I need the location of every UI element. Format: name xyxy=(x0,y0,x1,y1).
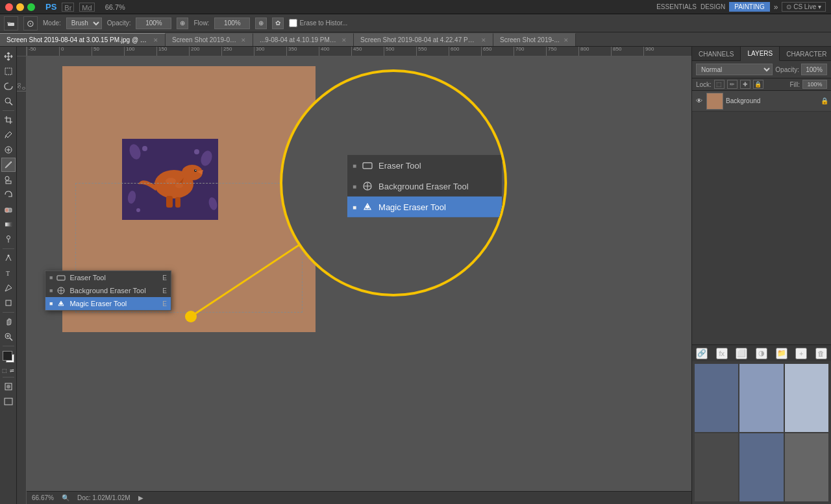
gradient-tool[interactable] xyxy=(1,217,16,232)
mask-btn[interactable]: ⬜ xyxy=(736,348,747,359)
fill-value[interactable] xyxy=(802,80,827,89)
adjustment-btn[interactable]: ◑ xyxy=(756,348,767,359)
hand-tool[interactable] xyxy=(1,315,16,329)
svg-rect-47 xyxy=(363,163,372,169)
layer-visibility-icon[interactable]: 👁 xyxy=(695,97,704,104)
zoom-tool[interactable] xyxy=(1,330,16,344)
workspace-essentials[interactable]: ESSENTIALS xyxy=(656,3,697,10)
more-info-btn[interactable]: ▶ xyxy=(138,494,143,501)
character-tab[interactable]: CHARACTER xyxy=(780,47,831,61)
tab-close-0[interactable]: ✕ xyxy=(153,37,158,43)
default-colors-icon[interactable]: ⬚ xyxy=(1,367,8,374)
workspace-painting[interactable]: PAINTING xyxy=(729,2,769,12)
path-select-tool[interactable] xyxy=(1,281,16,295)
svg-line-4 xyxy=(10,102,12,105)
move-tool[interactable] xyxy=(1,49,16,64)
tab-4[interactable]: Screen Shot 2019-... ✕ xyxy=(493,33,576,46)
layer-name: Background xyxy=(726,97,818,104)
fx-btn[interactable]: fx xyxy=(716,348,728,359)
channel-thumb-4 xyxy=(695,433,738,501)
foreground-color[interactable] xyxy=(3,351,12,361)
lock-image-btn[interactable]: ✏ xyxy=(727,80,738,89)
lock-transparent-btn[interactable]: ⬚ xyxy=(714,80,725,89)
layers-tab[interactable]: LAYERS xyxy=(741,47,780,61)
zoomed-magic-eraser-tool: ■ Magic Eraser Tool xyxy=(347,197,502,217)
app-icon-ps: PS xyxy=(45,2,56,12)
mode-select[interactable]: Brush xyxy=(66,18,102,29)
zoom-icon[interactable]: 🔍 xyxy=(62,494,69,501)
opacity-label: Opacity: xyxy=(775,66,799,73)
heal-tool[interactable] xyxy=(1,143,16,157)
channel-thumb-1 xyxy=(695,364,738,432)
delete-layer-btn[interactable]: 🗑 xyxy=(815,348,827,359)
cs-live-button[interactable]: ⊙ CS Live ▾ xyxy=(782,2,826,12)
blend-mode-select[interactable]: Normal xyxy=(696,64,773,75)
opacity-value[interactable] xyxy=(801,64,827,75)
history-brush-tool[interactable] xyxy=(1,187,16,202)
panel-tabs: CHANNELS LAYERS CHARACTER xyxy=(692,47,831,61)
workspace-design[interactable]: DESIGN xyxy=(701,3,725,10)
svg-point-46 xyxy=(60,302,62,305)
group-btn[interactable]: 📁 xyxy=(776,348,788,359)
tab-close-4[interactable]: ✕ xyxy=(564,37,569,43)
background-eraser-tool-option[interactable]: ■ Background Eraser Tool E xyxy=(45,284,171,297)
new-layer-btn[interactable]: + xyxy=(795,348,807,359)
stamp-tool[interactable] xyxy=(1,173,16,187)
airbrush-btn[interactable]: ✿ xyxy=(272,18,284,29)
layer-background[interactable]: 👁 Background 🔒 xyxy=(692,91,831,112)
marquee-tool[interactable] xyxy=(1,64,16,78)
opacity-control: Opacity: xyxy=(775,64,827,75)
right-panel: CHANNELS LAYERS CHARACTER Normal Opacity… xyxy=(691,47,831,504)
svg-line-5 xyxy=(5,136,6,138)
flow-input[interactable] xyxy=(214,18,250,29)
svg-point-16 xyxy=(7,255,9,257)
tab-0[interactable]: Screen Shot 2019-08-04 at 3.00.15 PM.jpg… xyxy=(0,33,166,46)
quick-mask-btn[interactable] xyxy=(1,379,16,394)
channel-thumbnails xyxy=(692,361,831,504)
left-toolbar: T ⬚ ⇌ xyxy=(0,47,17,504)
erase-to-history-label[interactable]: Erase to Histor... xyxy=(289,19,347,27)
opacity-pressure[interactable]: ⊕ xyxy=(177,18,188,29)
brush-tool[interactable] xyxy=(1,158,16,172)
tab-1[interactable]: Screen Shot 2019-08-04... ✕ xyxy=(166,33,253,46)
layer-thumbnail xyxy=(706,93,723,110)
svg-point-32 xyxy=(194,149,199,154)
zoom-percent: 66.67% xyxy=(32,494,54,501)
opacity-input[interactable] xyxy=(136,18,171,29)
eraser-tool-left[interactable] xyxy=(1,202,16,217)
zoomed-eraser-tool: ■ Eraser Tool xyxy=(347,155,502,176)
quick-select-tool[interactable] xyxy=(1,94,16,108)
screen-mode-btn[interactable] xyxy=(1,394,16,409)
tab-close-1[interactable]: ✕ xyxy=(241,37,246,43)
panel-blend-controls: Normal Opacity: xyxy=(692,61,831,78)
erase-to-history-checkbox[interactable] xyxy=(289,19,297,27)
dodge-tool[interactable] xyxy=(1,232,16,246)
svg-point-14 xyxy=(6,236,10,239)
more-workspaces-icon[interactable]: » xyxy=(774,3,778,12)
magic-eraser-tool-option[interactable]: ■ Magic Eraser Tool E xyxy=(45,297,171,310)
eyedropper-tool[interactable] xyxy=(1,128,16,142)
lock-position-btn[interactable]: ✚ xyxy=(740,80,750,89)
svg-point-9 xyxy=(5,176,9,180)
lasso-tool[interactable] xyxy=(1,79,16,93)
tab-close-2[interactable]: ✕ xyxy=(341,37,347,43)
eraser-tool-option[interactable]: ■ Eraser Tool E xyxy=(45,271,171,284)
lock-all-btn[interactable]: 🔒 xyxy=(753,80,763,89)
type-tool[interactable]: T xyxy=(1,266,16,280)
tab-3[interactable]: Screen Shot 2019-08-04 at 4.22.47 PM.jpg… xyxy=(354,33,493,46)
link-layers-btn[interactable]: 🔗 xyxy=(696,348,708,359)
flow-pressure[interactable]: ⊕ xyxy=(255,18,267,29)
color-swatch-area[interactable] xyxy=(1,350,16,364)
brush-size-indicator[interactable]: ⊙ xyxy=(23,16,38,30)
opacity-label: Opacity: xyxy=(107,19,131,27)
eraser-tool-icon[interactable] xyxy=(4,16,18,30)
pen-tool[interactable] xyxy=(1,251,16,265)
tab-close-3[interactable]: ✕ xyxy=(481,37,486,43)
channels-tab[interactable]: CHANNELS xyxy=(692,47,741,61)
swap-colors-icon[interactable]: ⇌ xyxy=(9,367,16,374)
crop-tool[interactable] xyxy=(1,113,16,127)
shape-tool[interactable] xyxy=(1,296,16,310)
canvas-viewport[interactable]: ■ Eraser Tool E ■ Background Eraser Tool… xyxy=(27,56,691,504)
svg-point-24 xyxy=(6,385,10,389)
tab-2[interactable]: ...9-08-04 at 4.10.19 PM.jpg ✕ xyxy=(253,33,354,46)
